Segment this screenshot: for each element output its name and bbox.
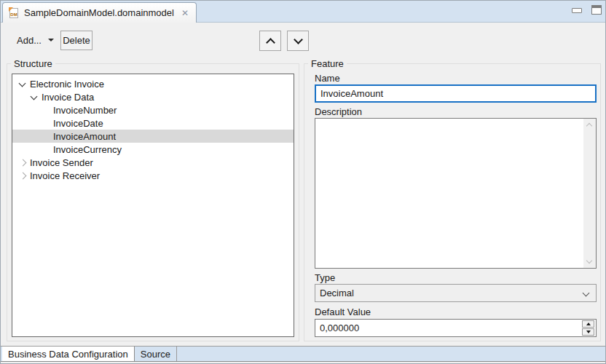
default-value-input[interactable] [315,320,578,336]
type-select[interactable]: Decimal [315,284,597,302]
toolbar: Add... Delete [1,23,605,58]
tree-item[interactable]: InvoiceNumber [12,103,294,116]
maximize-icon [591,5,602,15]
move-down-button[interactable] [287,31,309,51]
minimize-icon [572,8,582,13]
name-input[interactable] [315,84,597,103]
domainmodel-file-icon: DM [9,7,20,19]
tree-item-label: Electronic Invoice [30,79,104,90]
editor-tab-bar: DM SampleDomainModel.domainmodel ✕ [1,1,605,23]
tree-indent-spacer [40,103,52,116]
expand-chevron-icon[interactable] [28,90,40,103]
bottom-tab-business-data-configuration[interactable]: Business Data Configuration [2,347,135,361]
delete-button[interactable]: Delete [60,31,93,50]
tree-item[interactable]: Invoice Data [12,90,294,103]
tree-item[interactable]: InvoiceCurrency [12,143,294,156]
textarea-scrollbar[interactable] [583,119,596,268]
spinner-down-icon [586,331,591,333]
add-dropdown-button[interactable]: Add... [12,31,58,50]
tree-item-label: InvoiceAmount [53,131,116,142]
tree-item-label: InvoiceCurrency [53,144,122,155]
editor-tab[interactable]: DM SampleDomainModel.domainmodel ✕ [2,2,197,23]
spinner-up-button[interactable] [582,320,594,328]
add-button-label: Add... [17,35,42,46]
tree-item-label: InvoiceDate [53,118,103,129]
tree-item-label: Invoice Receiver [30,170,100,181]
tree-item[interactable]: Invoice Sender [12,156,294,169]
tree-item[interactable]: Invoice Receiver [12,169,294,182]
type-selected-value: Decimal [320,288,354,298]
tree-indent-spacer [40,116,52,130]
scroll-up-button[interactable] [583,119,596,131]
tree-indent-spacer [40,143,52,156]
default-value-label: Default Value [315,306,371,317]
spinner-up-icon [586,323,591,325]
spinner [582,320,594,336]
maximize-button[interactable] [591,5,602,15]
feature-group: Feature Name Description Type Decimal De… [304,63,601,341]
expand-chevron-icon[interactable] [17,77,28,90]
editor-window: DM SampleDomainModel.domainmodel ✕ Add..… [0,0,606,364]
minimize-button[interactable] [572,8,582,13]
delete-button-label: Delete [63,35,90,46]
default-value-field [315,319,597,337]
tree-item-label: Invoice Data [42,92,94,103]
description-textarea[interactable] [315,118,597,269]
feature-group-label: Feature [308,58,347,69]
dropdown-caret-icon [48,39,54,41]
editor-tab-title: SampleDomainModel.domainmodel [24,7,174,18]
type-label: Type [315,272,335,283]
tree-item[interactable]: InvoiceDate [12,116,294,130]
scroll-down-button[interactable] [583,256,596,268]
collapse-chevron-icon[interactable] [17,156,28,169]
tree-item-label: Invoice Sender [30,157,93,168]
bottom-tab-bar: Business Data Configuration Source [1,346,605,362]
scroll-down-icon [586,258,592,264]
structure-group-label: Structure [11,58,55,69]
tree-item[interactable]: Electronic Invoice [12,77,294,90]
structure-group: Structure Electronic Invoice Invoice Dat… [7,63,299,341]
file-icon-fold [9,7,13,12]
description-label: Description [315,106,362,117]
tab-close-icon[interactable]: ✕ [181,8,189,18]
structure-tree[interactable]: Electronic Invoice Invoice Data InvoiceN… [12,74,294,337]
collapse-chevron-icon[interactable] [17,169,28,182]
bottom-tab-label: Business Data Configuration [8,349,128,360]
move-up-button[interactable] [259,31,281,51]
tree-indent-spacer [40,130,52,143]
tree-item-selected[interactable]: InvoiceAmount [12,130,294,143]
bottom-tab-label: Source [141,349,170,360]
combo-chevron-down-icon [583,290,590,297]
name-label: Name [315,73,340,84]
scroll-up-icon [586,123,592,129]
chevron-down-icon [294,35,303,44]
bottom-tab-source[interactable]: Source [135,347,177,361]
spinner-down-button[interactable] [582,328,594,336]
chevron-up-icon [266,38,275,47]
tree-item-label: InvoiceNumber [53,105,117,116]
